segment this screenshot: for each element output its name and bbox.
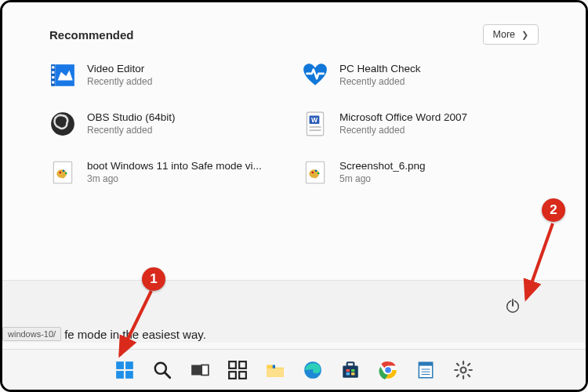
svg-rect-41 — [347, 362, 354, 366]
recommended-item-word[interactable]: W Microsoft Office Word 2007 Recently ad… — [302, 111, 539, 137]
video-editor-icon — [49, 62, 76, 89]
item-sub: 5m ago — [339, 173, 426, 185]
svg-point-19 — [315, 170, 318, 172]
taskbar-edge-button[interactable] — [301, 358, 325, 382]
item-sub: 3m ago — [87, 173, 262, 185]
svg-rect-32 — [201, 365, 209, 375]
notepad-icon — [416, 360, 436, 380]
chrome-icon — [378, 360, 398, 380]
recommended-item-obs[interactable]: OBS Studio (64bit) Recently added — [49, 111, 286, 137]
svg-rect-12 — [310, 129, 321, 131]
taskbar-explorer-button[interactable] — [263, 358, 287, 382]
taskbar-store-button[interactable] — [339, 358, 362, 382]
store-icon — [340, 360, 361, 380]
svg-rect-4 — [52, 76, 54, 78]
svg-rect-44 — [347, 372, 350, 375]
svg-point-14 — [60, 172, 62, 174]
taskbar-settings-button[interactable] — [452, 358, 475, 382]
item-label: Video Editor — [87, 63, 152, 76]
taskview-icon — [190, 360, 210, 380]
svg-point-20 — [318, 172, 320, 175]
svg-rect-27 — [116, 371, 124, 379]
svg-point-18 — [312, 172, 314, 174]
gear-icon — [453, 360, 474, 380]
taskbar-chrome-button[interactable] — [376, 358, 400, 382]
recommended-item-video-editor[interactable]: Video Editor Recently added — [49, 62, 286, 89]
item-sub: Recently added — [339, 76, 421, 88]
paint-file-icon — [49, 159, 76, 186]
svg-point-15 — [63, 170, 65, 172]
item-label: PC Health Check — [339, 63, 421, 76]
power-icon — [504, 297, 521, 314]
url-tooltip: windows-10/ — [2, 327, 61, 341]
svg-line-55 — [120, 291, 151, 355]
svg-text:W: W — [311, 116, 318, 124]
svg-rect-33 — [229, 361, 236, 368]
obs-icon — [49, 111, 76, 137]
svg-rect-28 — [125, 371, 133, 379]
svg-line-56 — [526, 223, 553, 299]
more-button[interactable]: More ❯ — [483, 24, 539, 45]
svg-rect-37 — [267, 368, 284, 376]
svg-point-54 — [461, 367, 466, 372]
recommended-item-file-boot[interactable]: boot Windows 11 into Safe mode vi... 3m … — [49, 159, 286, 186]
svg-rect-45 — [351, 372, 354, 375]
recommended-item-pc-health[interactable]: PC Health Check Recently added — [302, 62, 539, 89]
svg-rect-42 — [347, 368, 350, 371]
more-button-label: More — [493, 29, 515, 40]
svg-rect-11 — [310, 126, 321, 128]
item-label: OBS Studio (64bit) — [87, 111, 176, 125]
item-sub: Recently added — [87, 125, 176, 136]
taskbar-notepad-button[interactable] — [414, 358, 437, 382]
recommended-item-file-screenshot[interactable]: Screenshot_6.png 5m ago — [302, 159, 539, 186]
edge-icon — [303, 360, 323, 380]
svg-rect-38 — [273, 365, 275, 368]
heart-pulse-icon — [302, 62, 328, 89]
svg-rect-3 — [52, 71, 54, 74]
chevron-right-icon: ❯ — [521, 30, 528, 40]
svg-rect-50 — [419, 362, 432, 365]
svg-rect-5 — [52, 81, 54, 83]
taskbar-widgets-button[interactable] — [226, 358, 249, 382]
taskbar-taskview-button[interactable] — [188, 358, 212, 382]
svg-point-16 — [65, 172, 67, 175]
recommended-heading: Recommended — [49, 28, 134, 42]
svg-rect-40 — [343, 365, 358, 377]
recommended-grid: Video Editor Recently added PC Health Ch… — [49, 62, 539, 186]
item-label: boot Windows 11 into Safe mode vi... — [87, 160, 262, 173]
annotation-arrow-2 — [520, 220, 567, 307]
word-icon: W — [302, 111, 328, 137]
item-label: Microsoft Office Word 2007 — [339, 111, 467, 125]
item-sub: Recently added — [87, 76, 152, 88]
annotation-badge-1: 1 — [142, 267, 165, 291]
svg-rect-2 — [52, 66, 54, 68]
widgets-icon — [227, 360, 248, 380]
svg-rect-34 — [239, 361, 246, 368]
svg-rect-36 — [239, 372, 246, 379]
background-page-snippet: windows-10/ fe mode in the easiest way. — [2, 327, 206, 341]
item-sub: Recently added — [339, 125, 467, 136]
svg-rect-43 — [351, 368, 354, 371]
paint-file-icon — [302, 159, 328, 186]
item-label: Screenshot_6.png — [339, 160, 426, 173]
svg-rect-31 — [191, 365, 201, 375]
power-button[interactable] — [504, 297, 521, 314]
taskbar — [2, 349, 586, 390]
annotation-badge-2: 2 — [542, 198, 565, 222]
svg-line-30 — [165, 372, 170, 378]
annotation-arrow-1 — [112, 285, 167, 363]
folder-icon — [265, 360, 285, 380]
svg-rect-35 — [229, 372, 236, 379]
